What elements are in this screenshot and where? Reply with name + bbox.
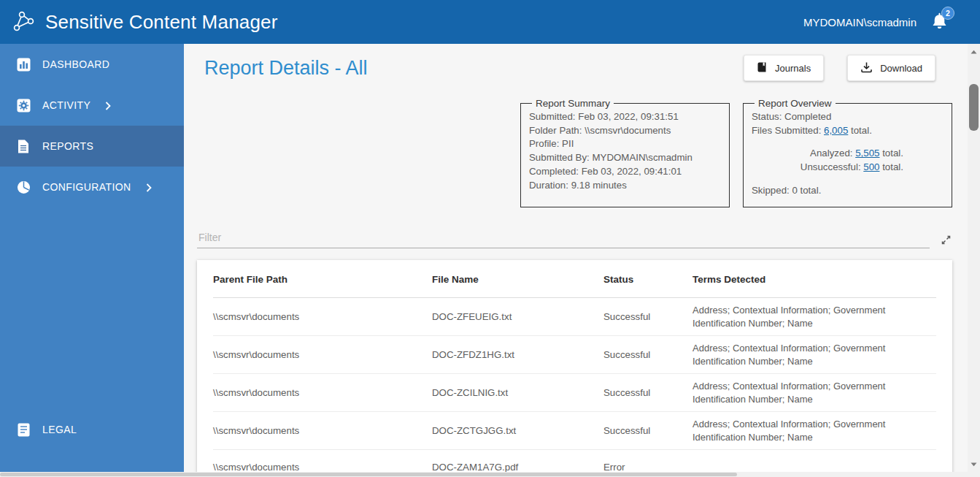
file-icon [16, 140, 31, 153]
cell-parent-file-path: \\scmsvr\documents [213, 298, 432, 336]
column-header-terms-detected: Terms Detected [692, 260, 936, 298]
logged-in-user: MYDOMAIN\scmadmin [803, 16, 917, 28]
notification-badge: 2 [941, 7, 954, 20]
sidebar: DASHBOARD ACTIVITY [0, 44, 184, 472]
scroll-down-icon[interactable] [968, 458, 980, 470]
cell-file-name: DOC-ZCTGJGG.txt [432, 412, 603, 450]
journals-button[interactable]: Journals [744, 55, 824, 81]
report-overview-legend: Report Overview [755, 98, 836, 109]
analyzed-count-link[interactable]: 5,505 [855, 148, 879, 159]
analyzed-label: Analyzed: [810, 148, 855, 159]
cell-status: Successful [603, 412, 692, 450]
notifications-button[interactable]: 2 [931, 12, 948, 34]
cell-status: Successful [603, 336, 692, 374]
cell-parent-file-path: \\scmsvr\documents [213, 374, 432, 412]
cell-file-name: DOC-ZFDZ1HG.txt [432, 336, 603, 374]
bar-chart-icon [16, 58, 31, 72]
expand-icon[interactable] [940, 234, 952, 248]
download-button[interactable]: Download [847, 55, 935, 81]
cell-terms-detected [692, 450, 936, 473]
scroll-up-icon[interactable] [968, 45, 980, 58]
summary-submitted: Submitted: Feb 03, 2022, 09:31:51 [529, 110, 721, 124]
app-header: Sensitive Content Manager MYDOMAIN\scmad… [0, 0, 980, 44]
cell-parent-file-path: \\scmsvr\documents [213, 336, 432, 374]
table-row[interactable]: \\scmsvr\documents DOC-ZFDZ1HG.txt Succe… [213, 336, 936, 374]
report-summary-legend: Report Summary [532, 98, 614, 109]
cell-parent-file-path: \\scmsvr\documents [213, 450, 432, 473]
cell-terms-detected: Address; Contextual Information; Governm… [692, 298, 936, 336]
cell-status: Error [603, 450, 692, 473]
filter-input[interactable] [197, 227, 930, 248]
table-header-row: Parent File Path File Name Status Terms … [213, 260, 936, 298]
molecule-logo-icon [12, 9, 36, 34]
results-table: Parent File Path File Name Status Terms … [213, 260, 936, 472]
vertical-scrollbar[interactable] [968, 44, 980, 472]
cell-terms-detected: Address; Contextual Information; Governm… [692, 374, 936, 412]
table-row[interactable]: \\scmsvr\documents DOC-ZFEUEIG.txt Succe… [213, 298, 936, 336]
overview-status: Status: Completed [752, 110, 944, 124]
report-overview-panel: Report Overview Status: Completed Files … [743, 98, 952, 207]
sidebar-item-label: ACTIVITY [42, 99, 90, 111]
cell-terms-detected: Address; Contextual Information; Governm… [692, 336, 936, 374]
vertical-scrollbar-thumb[interactable] [969, 84, 979, 131]
summary-completed: Completed: Feb 03, 2022, 09:41:01 [529, 165, 721, 179]
sidebar-item-label: LEGAL [42, 424, 77, 435]
horizontal-scrollbar[interactable] [0, 472, 968, 477]
overview-skipped: Skipped: 0 total. [752, 184, 944, 198]
sidebar-item-legal[interactable]: LEGAL [0, 409, 184, 450]
unsuccessful-label: Unsuccessful: [800, 161, 863, 172]
sidebar-item-label: CONFIGURATION [42, 181, 131, 193]
gear-icon [16, 99, 31, 112]
summary-duration: Duration: 9.18 minutes [529, 179, 721, 193]
cell-file-name: DOC-ZFEUEIG.txt [432, 298, 603, 336]
cell-file-name: DOC-ZAM1A7G.pdf [432, 450, 603, 473]
summary-submitted-by: Submitted By: MYDOMAIN\scmadmin [529, 151, 721, 165]
sidebar-item-dashboard[interactable]: DASHBOARD [0, 44, 184, 85]
cell-file-name: DOC-ZCILNIG.txt [432, 374, 603, 412]
sidebar-item-configuration[interactable]: CONFIGURATION [0, 167, 184, 207]
horizontal-scrollbar-thumb[interactable] [0, 473, 737, 476]
sidebar-item-reports[interactable]: REPORTS [0, 126, 184, 167]
cell-status: Successful [603, 298, 692, 336]
sidebar-item-activity[interactable]: ACTIVITY [0, 85, 184, 126]
table-row[interactable]: \\scmsvr\documents DOC-ZAM1A7G.pdf Error [213, 450, 936, 473]
bell-icon [931, 20, 948, 33]
scrollbar-corner [968, 472, 980, 477]
main-content: Report Details - All Journals [184, 44, 968, 472]
table-row[interactable]: \\scmsvr\documents DOC-ZCILNIG.txt Succe… [213, 374, 936, 412]
column-header-status: Status [603, 260, 692, 298]
column-header-parent-file-path: Parent File Path [213, 260, 432, 298]
sidebar-item-label: REPORTS [42, 140, 93, 152]
journals-button-label: Journals [775, 63, 811, 74]
unsuccessful-count-link[interactable]: 500 [863, 161, 879, 172]
overview-unsuccessful: Unsuccessful: 500 total. [752, 161, 944, 175]
analyzed-suffix: total. [879, 148, 903, 159]
chevron-right-icon [146, 183, 152, 192]
results-table-card: Parent File Path File Name Status Terms … [197, 260, 952, 472]
legal-document-icon [16, 423, 31, 437]
journal-book-icon [757, 61, 768, 75]
app-title: Sensitive Content Manager [45, 11, 278, 34]
unsuccessful-suffix: total. [879, 161, 903, 172]
sidebar-item-label: DASHBOARD [42, 58, 109, 70]
overview-analyzed: Analyzed: 5,505 total. [752, 147, 944, 161]
column-header-file-name: File Name [432, 260, 603, 298]
cell-parent-file-path: \\scmsvr\documents [213, 412, 432, 450]
overview-files-submitted: Files Submitted: 6,005 total. [752, 124, 944, 138]
page-title: Report Details - All [204, 57, 368, 80]
report-summary-panel: Report Summary Submitted: Feb 03, 2022, … [520, 98, 730, 207]
pie-chart-icon [16, 180, 31, 194]
cell-terms-detected: Address; Contextual Information; Governm… [692, 412, 936, 450]
header-right: MYDOMAIN\scmadmin 2 [803, 11, 970, 34]
cell-status: Successful [603, 374, 692, 412]
chevron-right-icon [105, 102, 111, 110]
files-submitted-label: Files Submitted: [752, 125, 824, 136]
summary-profile: Profile: PII [529, 137, 721, 151]
summary-folder-path: Folder Path: \\scmsvr\documents [529, 124, 721, 138]
table-row[interactable]: \\scmsvr\documents DOC-ZCTGJGG.txt Succe… [213, 412, 936, 450]
download-button-label: Download [880, 63, 922, 74]
download-icon [860, 61, 873, 75]
files-submitted-suffix: total. [848, 125, 872, 136]
files-submitted-count-link[interactable]: 6,005 [824, 125, 848, 136]
